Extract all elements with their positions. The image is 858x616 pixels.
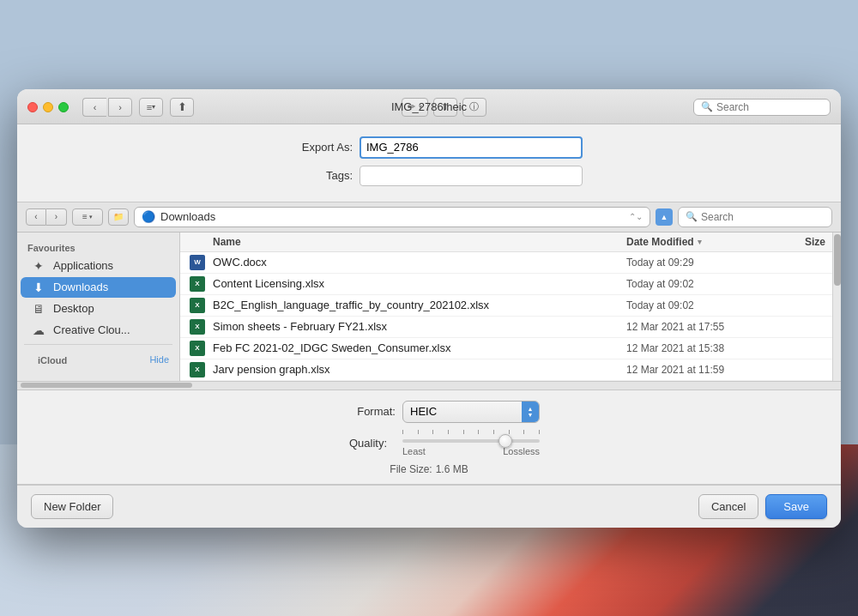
save-dialog-window: ‹ › ≡ ▾ ⬆ ✏ ▾ ⬆ ⓘ IMG_2786.heic 🔍 Export… xyxy=(17,89,841,528)
location-chevrons: ⌃⌄ xyxy=(629,212,643,221)
chevron-up-icon: ▲ xyxy=(661,213,668,221)
view-mode-button[interactable]: ≡ ▾ xyxy=(72,208,103,226)
file-name: Jarv pension graph.xlsx xyxy=(208,363,626,376)
browser-search-box[interactable]: 🔍 xyxy=(678,207,832,227)
bottom-bar: New Folder Cancel Save xyxy=(17,485,841,528)
file-date: Today at 09:02 xyxy=(626,299,781,311)
toolbar-search-box[interactable]: 🔍 xyxy=(693,99,831,116)
share-button[interactable]: ⬆ xyxy=(170,98,194,117)
sidebar-item-creative-cloud[interactable]: ☁ Creative Clou... xyxy=(21,320,176,341)
file-date: 12 Mar 2021 at 15:38 xyxy=(626,342,781,354)
sidebar-icloud-title: iCloud xyxy=(27,352,77,367)
toolbar-search-input[interactable] xyxy=(716,101,823,113)
toolbar-nav-group: ‹ › xyxy=(82,98,132,117)
file-icon-xlsx: X xyxy=(187,276,208,292)
close-button[interactable] xyxy=(27,102,38,112)
sidebar-item-downloads[interactable]: ⬇ Downloads xyxy=(21,277,176,298)
file-list-header: Name Date Modified ▾ Size xyxy=(180,233,832,252)
vertical-scrollbar[interactable] xyxy=(832,233,841,381)
browser-search-input[interactable] xyxy=(701,211,825,223)
format-section: Format: HEIC ▲▼ Quality: xyxy=(17,390,841,485)
desktop-icon: 🖥 xyxy=(31,302,46,316)
file-icon-xlsx5: X xyxy=(187,362,208,377)
file-date: Today at 09:29 xyxy=(626,257,781,269)
traffic-lights xyxy=(27,102,69,112)
tick xyxy=(509,430,510,434)
expand-location-button[interactable]: ▲ xyxy=(656,208,673,226)
file-name: OWC.docx xyxy=(208,256,626,269)
save-button[interactable]: Save xyxy=(765,494,827,519)
new-folder-button[interactable]: New Folder xyxy=(31,494,113,519)
cancel-button[interactable]: Cancel xyxy=(698,494,758,519)
horizontal-scrollbar[interactable] xyxy=(17,381,841,390)
sidebar-favourites-title: Favourites xyxy=(17,239,179,255)
xlsx-icon: X xyxy=(190,276,205,292)
sidebar-item-applications[interactable]: ✦ Applications xyxy=(21,256,176,276)
file-date: Today at 09:02 xyxy=(626,278,781,290)
format-select[interactable]: HEIC ▲▼ xyxy=(402,401,540,423)
table-row[interactable]: X Content Licensing.xlsx Today at 09:02 xyxy=(180,274,832,295)
back-button[interactable]: ‹ xyxy=(82,98,106,117)
tags-input[interactable] xyxy=(360,166,583,186)
tick xyxy=(432,430,433,434)
location-text: Downloads xyxy=(160,210,624,223)
table-row[interactable]: W OWC.docx Today at 09:29 xyxy=(180,252,832,274)
window-title: IMG_2786.heic xyxy=(391,100,467,113)
filesize-label: File Size: xyxy=(390,463,432,475)
file-name: Feb FC 2021-02_IDGC Sweden_Consumer.xlsx xyxy=(208,341,626,354)
export-as-input[interactable] xyxy=(360,136,583,159)
tick xyxy=(418,430,419,434)
browser-forward-button[interactable]: › xyxy=(46,208,67,226)
tick xyxy=(493,430,494,434)
quality-slider-track[interactable] xyxy=(402,439,540,443)
format-label: Format: xyxy=(318,405,396,418)
search-icon: 🔍 xyxy=(701,101,713,112)
browser-search-icon: 🔍 xyxy=(686,211,698,222)
col-header-date[interactable]: Date Modified ▾ xyxy=(626,236,781,248)
table-row[interactable]: X Feb FC 2021-02_IDGC Sweden_Consumer.xl… xyxy=(180,338,832,359)
export-as-label: Export As: xyxy=(275,141,353,154)
view-toggle-button[interactable]: ≡ ▾ xyxy=(139,98,163,117)
slider-min-label: Least xyxy=(402,446,426,456)
file-name: Simon sheets - February FY21.xlsx xyxy=(208,320,626,333)
titlebar: ‹ › ≡ ▾ ⬆ ✏ ▾ ⬆ ⓘ IMG_2786.heic 🔍 xyxy=(17,89,841,124)
sidebar-divider xyxy=(24,344,172,345)
table-row[interactable]: X Simon sheets - February FY21.xlsx 12 M… xyxy=(180,317,832,338)
browser-nav-buttons: ‹ › xyxy=(26,208,67,226)
col-header-size: Size xyxy=(781,236,832,248)
table-row[interactable]: X B2C_English_language_traffic_by_countr… xyxy=(180,295,832,317)
col-header-name[interactable]: Name xyxy=(180,236,626,248)
format-dropdown-arrow[interactable]: ▲▼ xyxy=(522,402,539,422)
file-icon-xlsx2: X xyxy=(187,298,208,313)
slider-max-label: Lossless xyxy=(503,446,540,456)
quality-slider-thumb[interactable] xyxy=(498,434,512,448)
location-bar[interactable]: 🔵 Downloads ⌃⌄ xyxy=(134,207,650,227)
tags-label: Tags: xyxy=(275,169,353,182)
h-scrollbar-thumb[interactable] xyxy=(21,383,192,388)
minimize-button[interactable] xyxy=(43,102,53,112)
file-icon-xlsx3: X xyxy=(187,319,208,335)
table-row[interactable]: X Jarv pension graph.xlsx 12 Mar 2021 at… xyxy=(180,359,832,381)
window-title-area: ✏ ▾ ⬆ ⓘ IMG_2786.heic xyxy=(201,98,686,117)
sidebar: Favourites ✦ Applications ⬇ Downloads 🖥 … xyxy=(17,233,180,381)
slider-ticks xyxy=(402,430,540,434)
tick xyxy=(478,430,479,434)
browser-back-button[interactable]: ‹ xyxy=(26,208,46,226)
format-value: HEIC xyxy=(410,405,437,418)
forward-button[interactable]: › xyxy=(108,98,132,117)
sidebar-item-desktop[interactable]: 🖥 Desktop xyxy=(21,299,176,319)
file-icon-docx: W xyxy=(187,255,208,270)
new-folder-small-button[interactable]: 📁 xyxy=(108,208,129,226)
quality-slider-container: Least Lossless xyxy=(394,430,548,456)
scrollbar-thumb[interactable] xyxy=(834,234,841,286)
maximize-button[interactable] xyxy=(58,102,69,112)
xlsx-icon: X xyxy=(190,319,205,335)
list-view-icon: ≡ xyxy=(82,212,88,221)
tick xyxy=(539,430,540,434)
browser-toolbar: ‹ › ≡ ▾ 📁 🔵 Downloads ⌃⌄ ▲ 🔍 xyxy=(17,202,841,233)
file-date: 12 Mar 2021 at 11:59 xyxy=(626,364,781,376)
file-name: B2C_English_language_traffic_by_country_… xyxy=(208,299,626,311)
browser-content: Favourites ✦ Applications ⬇ Downloads 🖥 … xyxy=(17,233,841,381)
icloud-hide-button[interactable]: Hide xyxy=(149,354,169,365)
filesize-row: File Size: 1.6 MB xyxy=(17,463,841,475)
